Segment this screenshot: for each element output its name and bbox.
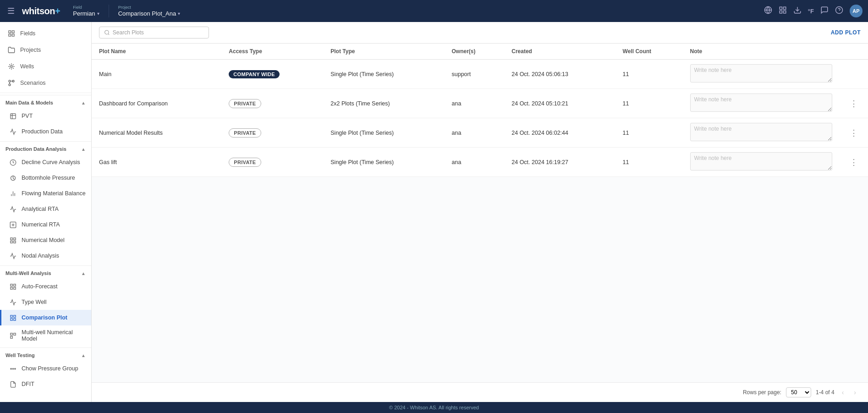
svg-point-13 (11, 66, 12, 67)
sidebar-item-multiwell-num-model[interactable]: Multi-well Numerical Model (0, 325, 91, 346)
cell-well-count: 11 (615, 89, 683, 118)
field-dropdown[interactable]: Permian ▾ (73, 10, 99, 17)
section-main-data[interactable]: Main Data & Models ▲ (0, 95, 91, 108)
sidebar-item-dca[interactable]: Decline Curve Analysis (0, 154, 91, 170)
project-selector[interactable]: Project Comparison Plot_Ana ▾ (118, 5, 180, 17)
sidebar-item-fmb[interactable]: Flowing Material Balance (0, 186, 91, 201)
svg-rect-38 (13, 333, 15, 335)
grid-icon[interactable] (779, 6, 787, 16)
search-box[interactable] (99, 27, 209, 39)
rows-per-page-select[interactable]: 50 25 100 (786, 387, 811, 397)
sidebar-item-wells[interactable]: Wells (0, 59, 91, 74)
download-icon[interactable] (793, 6, 802, 16)
avatar[interactable]: AP (850, 5, 863, 17)
cell-plot-name: Main (92, 60, 221, 89)
pagination-bar: Rows per page: 50 25 100 1-4 of 4 ‹ › (92, 382, 868, 402)
sidebar-item-numerical-model[interactable]: Numerical Model (0, 232, 91, 248)
row-menu-button[interactable]: ⋮ (847, 98, 861, 110)
header-icons: °F AP (764, 5, 863, 17)
row-menu-button[interactable]: ⋮ (847, 127, 861, 139)
sidebar-item-comparison-plot[interactable]: Comparison Plot (0, 310, 91, 325)
footer-text: © 2024 - Whitson AS. All rights reserved (389, 405, 479, 410)
sidebar-item-pvt[interactable]: PVT (0, 108, 91, 124)
sidebar-item-numerical-rta[interactable]: Numerical RTA (0, 217, 91, 232)
sidebar-label: Chow Pressure Group (22, 365, 78, 372)
table-row: Dashboard for Comparison PRIVATE 2x2 Plo… (92, 89, 868, 118)
svg-rect-33 (10, 315, 12, 317)
chevron-up-icon: ▲ (81, 271, 86, 276)
sidebar-label: Multi-well Numerical Model (22, 329, 86, 342)
cell-plot-type: Single Plot (Time Series) (323, 148, 444, 177)
top-header: ☰ whitson+ Field Permian ▾ Project Compa… (0, 0, 868, 22)
menu-icon[interactable]: ☰ (5, 4, 16, 18)
footer: © 2024 - Whitson AS. All rights reserved (0, 402, 868, 413)
cell-access-type: COMPANY WIDE (221, 60, 323, 89)
sidebar-item-nodal-analysis[interactable]: Nodal Analysis (0, 248, 91, 264)
search-input[interactable] (113, 29, 204, 36)
sidebar: Fields Projects Wells (0, 22, 92, 402)
help-icon[interactable] (835, 6, 843, 16)
note-input[interactable] (690, 152, 832, 171)
sidebar-label: Nodal Analysis (22, 253, 59, 259)
prev-page-button[interactable]: ‹ (839, 388, 847, 397)
sidebar-item-dfit[interactable]: DFIT (0, 376, 91, 392)
section-pda[interactable]: Production Data Analysis ▲ (0, 141, 91, 154)
cell-actions: ⋮ (840, 148, 868, 177)
note-input[interactable] (690, 123, 832, 141)
svg-point-15 (9, 84, 11, 86)
section-well-testing[interactable]: Well Testing ▲ (0, 347, 91, 361)
svg-rect-26 (13, 237, 15, 239)
chevron-up-icon: ▲ (81, 147, 86, 152)
sidebar-item-type-well[interactable]: Type Well (0, 294, 91, 310)
section-multiwell[interactable]: Multi-Well Analysis ▲ (0, 265, 91, 279)
globe-icon[interactable] (764, 6, 772, 16)
sidebar-label: Fields (20, 30, 35, 37)
sidebar-label: Numerical RTA (22, 221, 60, 228)
svg-rect-36 (13, 318, 15, 320)
chat-icon[interactable] (820, 6, 829, 16)
note-input[interactable] (690, 64, 832, 83)
add-plot-button[interactable]: ADD PLOT (831, 29, 861, 36)
svg-rect-25 (10, 237, 12, 239)
pvt-icon (9, 112, 17, 120)
sidebar-label: Bottomhole Pressure (22, 175, 75, 181)
cell-plot-name: Dashboard for Comparison (92, 89, 221, 118)
sidebar-item-chow-pressure[interactable]: Chow Pressure Group (0, 361, 91, 376)
cell-note (683, 60, 840, 89)
svg-point-41 (12, 368, 14, 369)
project-chevron-icon: ▾ (178, 11, 180, 16)
svg-rect-37 (10, 333, 12, 335)
sidebar-item-projects[interactable]: Projects (0, 42, 91, 58)
sidebar-label: Numerical Model (22, 237, 65, 243)
table-row: Gas lift PRIVATE Single Plot (Time Serie… (92, 148, 868, 177)
next-page-button[interactable]: › (851, 388, 859, 397)
row-menu-button[interactable]: ⋮ (847, 156, 861, 168)
cell-note (683, 89, 840, 118)
sidebar-item-bhp[interactable]: Bottomhole Pressure (0, 170, 91, 186)
sidebar-label: Scenarios (20, 80, 46, 86)
chevron-up-icon: ▲ (81, 353, 86, 358)
svg-rect-27 (10, 241, 12, 242)
sidebar-item-scenarios[interactable]: Scenarios (0, 75, 91, 91)
cell-well-count: 11 (615, 148, 683, 177)
svg-rect-31 (10, 287, 12, 289)
field-selector[interactable]: Field Permian ▾ (73, 5, 99, 17)
project-dropdown[interactable]: Comparison Plot_Ana ▾ (118, 10, 180, 17)
sidebar-label: Production Data (22, 128, 63, 135)
section-title: Production Data Analysis (5, 146, 66, 152)
comparison-plot-icon (9, 314, 17, 322)
dfit-icon (9, 380, 17, 388)
project-value: Comparison Plot_Ana (118, 10, 176, 17)
field-value: Permian (73, 10, 95, 17)
sidebar-label: Comparison Plot (22, 314, 67, 321)
temperature-icon[interactable]: °F (808, 8, 814, 15)
sidebar-item-fields[interactable]: Fields (0, 26, 91, 41)
sidebar-item-production-data[interactable]: Production Data (0, 124, 91, 139)
sidebar-item-arта[interactable]: Analytical RTA (0, 201, 91, 217)
note-input[interactable] (690, 94, 832, 112)
cell-note (683, 148, 840, 177)
chow-icon (9, 364, 17, 373)
sidebar-item-auto-forecast[interactable]: Auto-Forecast (0, 279, 91, 294)
table-row: Numerical Model Results PRIVATE Single P… (92, 118, 868, 148)
access-badge: PRIVATE (229, 128, 261, 138)
